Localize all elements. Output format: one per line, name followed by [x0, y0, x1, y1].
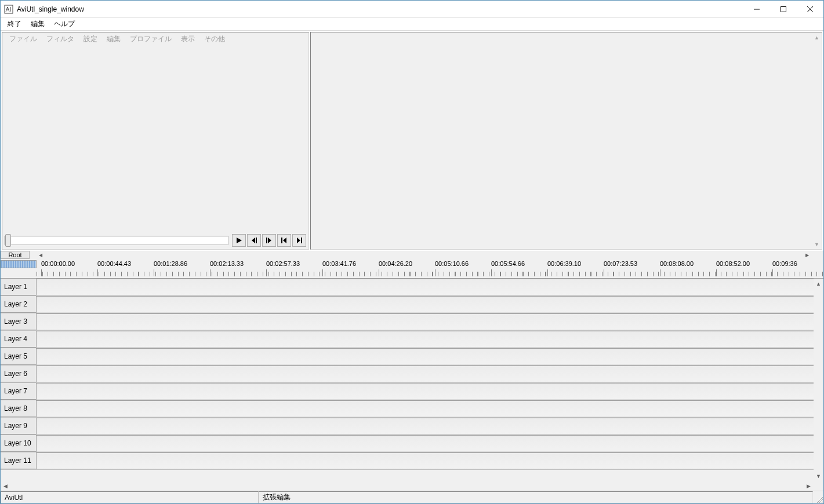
preview-panel: ファイル フィルタ 設定 編集 プロファイル 表示 その他 — [2, 32, 309, 250]
timeline-top-scrollbar[interactable]: ◀ ▶ — [35, 251, 812, 259]
svg-marker-12 — [297, 238, 300, 243]
layer-label[interactable]: Layer 1 — [1, 279, 37, 295]
menu-exit[interactable]: 終了 — [4, 18, 25, 30]
scroll-right-icon[interactable]: ▶ — [802, 251, 812, 259]
layer-label[interactable]: Layer 10 — [1, 435, 37, 452]
layer-track[interactable] — [37, 418, 823, 434]
playback-bar — [2, 234, 308, 249]
submenu-filter[interactable]: フィルタ — [43, 33, 78, 45]
scroll-left-icon[interactable]: ◀ — [1, 481, 10, 491]
layer-track[interactable] — [37, 296, 823, 313]
layer-label[interactable]: Layer 6 — [1, 366, 37, 382]
timecode-label: 00:05:54.66 — [491, 260, 525, 267]
svg-marker-9 — [268, 238, 271, 243]
submenu-profile[interactable]: プロファイル — [126, 33, 175, 45]
layer-track[interactable] — [37, 279, 823, 295]
upper-panels: ファイル フィルタ 設定 編集 プロファイル 表示 その他 — [1, 31, 823, 251]
timecode-label: 00:07:23.53 — [604, 260, 637, 267]
seek-slider[interactable] — [5, 236, 228, 245]
scroll-down-icon[interactable]: ▼ — [812, 239, 822, 249]
timecode-label: 00:08:52.00 — [716, 260, 750, 267]
step-back-button[interactable] — [247, 234, 261, 247]
svg-line-16 — [822, 502, 823, 503]
scroll-right-icon[interactable]: ▶ — [804, 481, 814, 491]
scroll-left-icon[interactable]: ◀ — [35, 251, 45, 259]
go-start-button[interactable] — [277, 234, 291, 247]
maximize-button[interactable] — [770, 1, 797, 18]
layer-label[interactable]: Layer 8 — [1, 400, 37, 417]
resize-grip-icon[interactable] — [813, 491, 823, 503]
submenu-edit[interactable]: 編集 — [103, 33, 124, 45]
status-cell-ext: 拡張編集 — [259, 491, 813, 503]
svg-rect-7 — [256, 238, 257, 243]
svg-marker-5 — [237, 238, 242, 243]
layer-label[interactable]: Layer 3 — [1, 313, 37, 330]
zoom-indicator[interactable] — [1, 260, 37, 268]
layer-row: Layer 7 — [1, 383, 823, 400]
root-button[interactable]: Root — [1, 251, 30, 259]
preview-submenu: ファイル フィルタ 設定 編集 プロファイル 表示 その他 — [2, 32, 308, 45]
play-button[interactable] — [232, 234, 246, 247]
layer-track[interactable] — [37, 452, 823, 469]
timecode-label: 00:00:44.43 — [97, 260, 131, 267]
title-bar: AviUtl_single_window — [1, 1, 823, 18]
scroll-down-icon[interactable]: ▼ — [814, 471, 823, 481]
layer-track[interactable] — [37, 313, 823, 330]
layer-row: Layer 3 — [1, 313, 823, 331]
seek-thumb[interactable] — [5, 234, 11, 247]
timeline-bottom-scrollbar[interactable]: ◀ ▶ — [1, 481, 823, 491]
menu-edit[interactable]: 編集 — [27, 18, 48, 30]
layer-label[interactable]: Layer 5 — [1, 348, 37, 365]
step-forward-button[interactable] — [262, 234, 276, 247]
timecode-label: 00:03:41.76 — [322, 260, 356, 267]
layer-track[interactable] — [37, 366, 823, 382]
layer-row: Layer 6 — [1, 366, 823, 383]
properties-panel: ▲ ▼ — [310, 32, 822, 250]
layer-label[interactable]: Layer 11 — [1, 452, 37, 469]
scroll-up-icon[interactable]: ▲ — [814, 279, 823, 288]
timecode-label: 00:09:36 — [772, 260, 797, 267]
timecode-label: 00:06:39.10 — [547, 260, 581, 267]
timeline-vscrollbar[interactable]: ▲ ▼ — [814, 279, 823, 481]
svg-rect-13 — [301, 238, 302, 243]
layer-track[interactable] — [37, 348, 823, 365]
submenu-settings[interactable]: 設定 — [80, 33, 101, 45]
layer-track[interactable] — [37, 400, 823, 417]
submenu-other[interactable]: その他 — [201, 33, 228, 45]
layer-row: Layer 9 — [1, 418, 823, 435]
timeline-layers: Layer 1Layer 2Layer 3Layer 4Layer 5Layer… — [1, 279, 823, 481]
layer-track[interactable] — [37, 435, 823, 452]
go-end-button[interactable] — [292, 234, 306, 247]
timecode-label: 00:01:28.86 — [154, 260, 187, 267]
svg-marker-6 — [252, 238, 255, 243]
layer-row: Layer 8 — [1, 400, 823, 418]
layer-label[interactable]: Layer 4 — [1, 331, 37, 348]
layer-row: Layer 5 — [1, 348, 823, 366]
submenu-file[interactable]: ファイル — [6, 33, 41, 45]
timeline-panel: Root ◀ ▶ 00:00:00.0000:00:44.4300:01:28.… — [1, 251, 823, 491]
layer-label[interactable]: Layer 9 — [1, 418, 37, 434]
menu-help[interactable]: ヘルプ — [50, 18, 78, 30]
submenu-view[interactable]: 表示 — [177, 33, 198, 45]
scroll-track[interactable] — [814, 288, 823, 471]
app-icon — [4, 5, 13, 14]
layer-label[interactable]: Layer 7 — [1, 383, 37, 400]
preview-area — [2, 45, 308, 234]
timecode-label: 00:04:26.20 — [379, 260, 412, 267]
properties-vscrollbar[interactable]: ▲ ▼ — [812, 32, 822, 249]
scroll-up-icon[interactable]: ▲ — [812, 32, 822, 42]
timecode-label: 00:02:57.33 — [266, 260, 300, 267]
scroll-track[interactable] — [812, 42, 822, 239]
layer-label[interactable]: Layer 2 — [1, 296, 37, 313]
svg-rect-8 — [266, 238, 267, 243]
layer-track[interactable] — [37, 383, 823, 400]
timeline-ruler[interactable]: 00:00:00.0000:00:44.4300:01:28.8600:02:1… — [37, 259, 823, 278]
layer-track[interactable] — [37, 331, 823, 348]
layer-row: Layer 1 — [1, 279, 823, 296]
timecode-label: 00:00:00.00 — [41, 260, 75, 267]
minimize-button[interactable] — [743, 1, 770, 18]
svg-rect-2 — [781, 6, 786, 12]
close-button[interactable] — [797, 1, 823, 18]
app-window: AviUtl_single_window 終了 編集 ヘルプ ファイル フィルタ… — [0, 0, 824, 504]
timecode-label: 00:02:13.33 — [210, 260, 244, 267]
